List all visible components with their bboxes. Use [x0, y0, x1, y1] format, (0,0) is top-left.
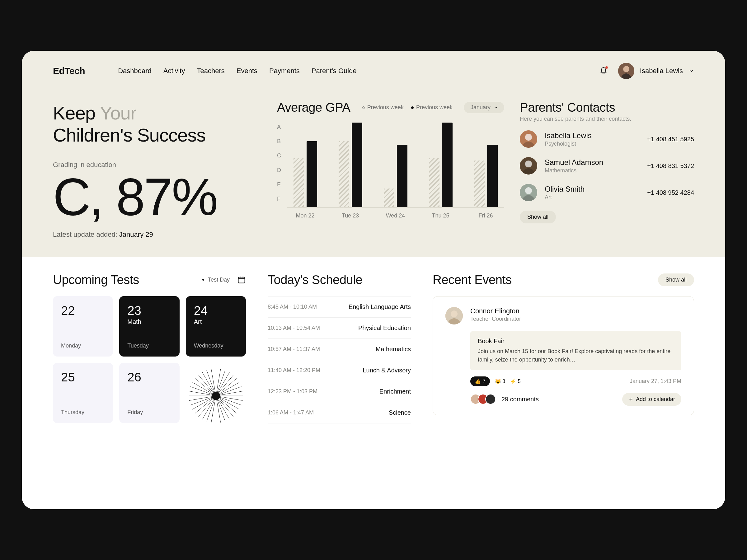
tests: Upcoming Tests Test Day 22 Monday 23 Mat… [53, 273, 246, 490]
contact-avatar [520, 157, 537, 175]
bar-current [397, 145, 407, 207]
avatar [618, 63, 634, 79]
event-date: January 27, 1:43 PM [630, 378, 681, 384]
day-card[interactable]: 26 Friday [119, 363, 179, 423]
schedule-subject: Lunch & Advisory [363, 367, 411, 374]
schedule-row: 11:40 AM - 12:20 PMLunch & Advisory [268, 360, 411, 381]
schedule: Today's Schedule 8:45 AM - 10:10 AMEngli… [268, 273, 411, 490]
lower: Upcoming Tests Test Day 22 Monday 23 Mat… [22, 257, 725, 509]
contacts: Parents' Contacts Here you can see paren… [520, 91, 694, 239]
schedule-subject: Enrichment [380, 388, 411, 395]
contact-name: Samuel Adamson [545, 158, 603, 167]
reaction-bolt[interactable]: ⚡ 5 [510, 378, 520, 384]
contact-phone: +1 408 831 5372 [647, 162, 694, 169]
schedule-title: Today's Schedule [268, 273, 411, 287]
day-number: 22 [61, 304, 105, 318]
chart-head: Average GPA Previous week Previous week … [277, 101, 504, 114]
x-tick: Tue 23 [332, 212, 369, 219]
chevron-down-icon [689, 68, 694, 74]
day-card[interactable]: 25 Thursday [53, 363, 113, 423]
x-tick: Fri 26 [467, 212, 504, 219]
events-showall[interactable]: Show all [658, 273, 694, 286]
contact-phone: +1 408 952 4284 [647, 189, 694, 196]
day-subject: Math [127, 318, 171, 325]
day-card[interactable]: 23 Math Tuesday [119, 296, 179, 356]
day-number: 24 [194, 304, 238, 318]
events: Recent Events Show all Connor Elington T… [433, 273, 694, 490]
user-menu[interactable]: Isabella Lewis [618, 63, 694, 79]
event-author-name: Connor Elington [470, 307, 521, 315]
contact-list: Isabella Lewis Psychologist +1 408 451 5… [520, 130, 694, 201]
x-tick: Thu 25 [422, 212, 459, 219]
contact-row[interactable]: Isabella Lewis Psychologist +1 408 451 5… [520, 130, 694, 148]
schedule-time: 12:23 PM - 1:03 PM [268, 388, 317, 395]
event-author: Connor Elington Teacher Coordinator [470, 307, 521, 324]
headline-pre: Keep [53, 103, 100, 124]
day-name: Thursday [61, 409, 105, 416]
contact-phone: +1 408 451 5925 [647, 136, 694, 143]
nav-activity[interactable]: Activity [163, 67, 185, 75]
app-shell: EdTech Dashboard Activity Teachers Event… [22, 51, 725, 509]
add-to-calendar[interactable]: Add to calendar [622, 393, 681, 406]
bars [287, 123, 504, 208]
reaction-cat[interactable]: 😺 3 [495, 378, 505, 384]
day-number: 25 [61, 370, 105, 384]
schedule-row: 10:13 AM - 10:54 AMPhysical Education [268, 318, 411, 339]
month-label: January [471, 104, 491, 111]
bar-previous [293, 158, 304, 207]
schedule-time: 1:06 AM - 1:47 AM [268, 409, 314, 416]
contact-row[interactable]: Samuel Adamson Mathematics +1 408 831 53… [520, 157, 694, 175]
y-axis: A B C D E F [277, 123, 287, 204]
headline-post: Children's Success [53, 125, 205, 145]
calendar-icon[interactable] [237, 275, 246, 284]
reaction-thumbs[interactable]: 👍7 [470, 376, 490, 386]
nav-payments[interactable]: Payments [269, 67, 300, 75]
grade-value: C, 87% [53, 171, 261, 223]
contact-role: Psychologist [545, 141, 592, 147]
day-name: Wednesday [194, 343, 238, 349]
bar-previous [384, 189, 394, 207]
nav-dashboard[interactable]: Dashboard [118, 67, 152, 75]
commenters-stack[interactable] [470, 394, 496, 404]
contacts-title: Parents' Contacts [520, 101, 694, 114]
svg-rect-8 [238, 277, 245, 283]
gpa-chart: Average GPA Previous week Previous week … [277, 91, 504, 239]
event-body: Book Fair Join us on March 15 for our Bo… [470, 331, 681, 370]
nav-parents-guide[interactable]: Parent's Guide [312, 67, 357, 75]
contact-name: Isabella Lewis [545, 131, 592, 140]
schedule-row: 12:23 PM - 1:03 PMEnrichment [268, 381, 411, 402]
contact-name: Olivia Smith [545, 185, 585, 193]
day-card[interactable]: 24 Art Wednesday [186, 296, 246, 356]
nav-teachers[interactable]: Teachers [197, 67, 225, 75]
nav-events[interactable]: Events [236, 67, 257, 75]
latest-update: Latest update added: January 29 [53, 231, 261, 239]
bar-previous [429, 158, 439, 207]
chart-legend: Previous week Previous week January [362, 102, 504, 113]
contacts-showall[interactable]: Show all [520, 211, 556, 223]
event-post-title: Book Fair [478, 338, 674, 345]
x-tick: Mon 22 [287, 212, 324, 219]
schedule-time: 11:40 AM - 12:20 PM [268, 367, 320, 374]
month-select[interactable]: January [464, 102, 504, 113]
schedule-time: 10:57 AM - 11:37 AM [268, 346, 320, 352]
hero: Keep Your Children's Success Grading in … [22, 91, 725, 257]
tests-legend: Test Day [202, 276, 230, 283]
bar-group [467, 123, 504, 207]
latest-prefix: Latest update added: [53, 231, 119, 238]
contact-role: Mathematics [545, 167, 603, 174]
bar-current [307, 141, 317, 207]
schedule-time: 10:13 AM - 10:54 AM [268, 325, 320, 331]
x-axis: Mon 22Tue 23Wed 24Thu 25Fri 26 [287, 212, 504, 219]
user-name: Isabella Lewis [640, 67, 683, 75]
comments-count[interactable]: 29 comments [501, 396, 539, 403]
contact-row[interactable]: Olivia Smith Art +1 408 952 4284 [520, 184, 694, 201]
bar-current [442, 123, 453, 207]
day-number: 23 [127, 304, 171, 318]
schedule-subject: Physical Education [358, 324, 411, 331]
headline: Keep Your Children's Success [53, 102, 261, 146]
notification-bell[interactable] [599, 67, 608, 75]
contact-role: Art [545, 194, 585, 201]
plus-icon [628, 397, 634, 402]
day-card[interactable]: 22 Monday [53, 296, 113, 356]
event-card: Connor Elington Teacher Coordinator Book… [433, 296, 694, 415]
